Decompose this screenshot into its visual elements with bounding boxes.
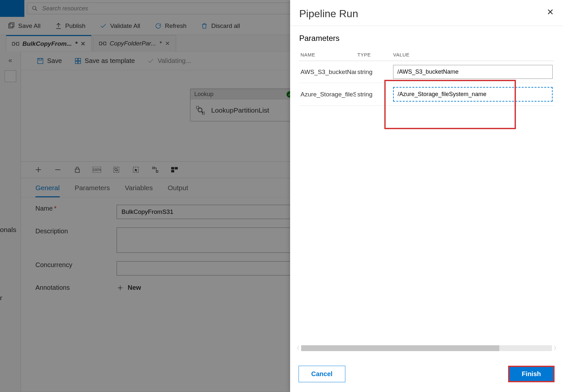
scrollbar-thumb[interactable] — [301, 345, 499, 351]
scroll-left-icon[interactable]: 〈 — [295, 345, 299, 351]
parameters-table: NAME TYPE VALUE AWS_S3_bucketName string… — [299, 49, 554, 106]
scroll-right-icon[interactable]: 〉 — [554, 345, 558, 351]
panel-title: Pipeline Run — [299, 8, 358, 20]
param-value-input[interactable] — [393, 65, 553, 79]
param-value-input[interactable] — [393, 87, 553, 102]
param-row: Azure_Storage_fileSystem string — [299, 83, 554, 106]
col-name: NAME — [299, 49, 356, 61]
cancel-button[interactable]: Cancel — [299, 366, 345, 382]
finish-button[interactable]: Finish — [508, 366, 555, 382]
param-row: AWS_S3_bucketName string — [299, 61, 554, 83]
close-icon[interactable]: ✕ — [547, 8, 554, 16]
col-type: TYPE — [356, 49, 392, 61]
parameters-heading: Parameters — [299, 34, 554, 43]
horizontal-scrollbar[interactable]: 〈 〉 — [295, 345, 558, 351]
pipeline-run-panel: Pipeline Run ✕ Parameters NAME TYPE VALU… — [290, 0, 563, 392]
col-value: VALUE — [392, 49, 554, 61]
